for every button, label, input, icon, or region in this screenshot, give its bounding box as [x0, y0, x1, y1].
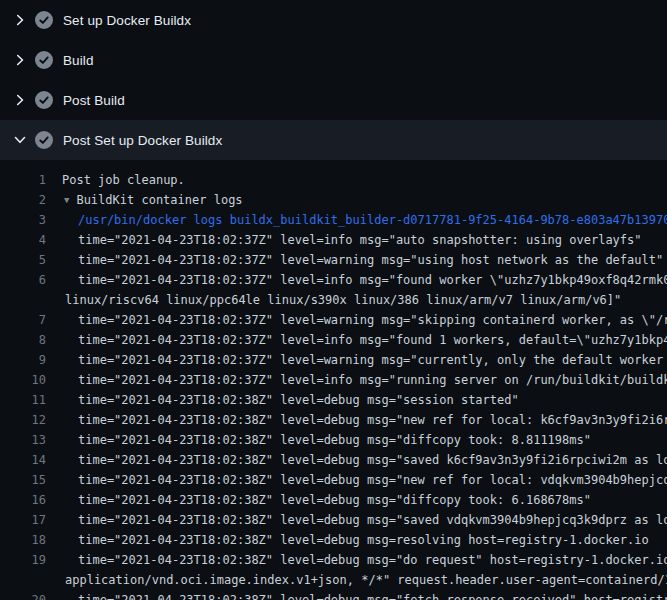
- check-circle-icon: [35, 11, 53, 29]
- chevron-down-icon: [12, 132, 28, 148]
- line-number[interactable]: 7: [0, 310, 46, 330]
- line-number[interactable]: 14: [0, 450, 46, 470]
- step-header[interactable]: Post Build: [0, 80, 667, 120]
- log-line: 14time="2021-04-23T18:02:38Z" level=debu…: [0, 450, 667, 470]
- check-circle-icon: [35, 51, 53, 69]
- triangle-down-icon: ▼: [64, 190, 69, 210]
- log-line: 9time="2021-04-23T18:02:37Z" level=warni…: [0, 350, 667, 370]
- line-number[interactable]: 4: [0, 230, 46, 250]
- line-number[interactable]: 10: [0, 370, 46, 390]
- line-number[interactable]: 6: [0, 270, 46, 290]
- step-header[interactable]: Build: [0, 40, 667, 80]
- log-line: application/vnd.oci.image.index.v1+json,…: [0, 570, 667, 590]
- log-text: time="2021-04-23T18:02:37Z" level=info m…: [78, 370, 667, 390]
- log-command-text: /usr/bin/docker logs buildx_buildkit_bui…: [78, 210, 667, 230]
- log-wrap-text: application/vnd.oci.image.index.v1+json,…: [65, 570, 667, 590]
- log-text: time="2021-04-23T18:02:38Z" level=debug …: [78, 510, 667, 530]
- step-header[interactable]: Set up Docker Buildx: [0, 0, 667, 40]
- log-text: time="2021-04-23T18:02:38Z" level=debug …: [78, 490, 591, 510]
- log-text: time="2021-04-23T18:02:37Z" level=info m…: [78, 270, 667, 290]
- line-number[interactable]: 11: [0, 390, 46, 410]
- log-text: Post job cleanup.: [62, 170, 185, 190]
- line-number[interactable]: 3: [0, 210, 46, 230]
- actions-log-viewer: Set up Docker BuildxBuildPost BuildPost …: [0, 0, 667, 600]
- line-number: [0, 570, 46, 590]
- log-line: 19time="2021-04-23T18:02:38Z" level=debu…: [0, 550, 667, 570]
- line-number[interactable]: 12: [0, 410, 46, 430]
- chevron-right-icon: [12, 52, 28, 68]
- log-line: 7time="2021-04-23T18:02:37Z" level=warni…: [0, 310, 667, 330]
- log-wrap-text: linux/riscv64 linux/ppc64le linux/s390x …: [65, 290, 621, 310]
- line-number[interactable]: 13: [0, 430, 46, 450]
- log-group-toggle[interactable]: 2▼BuildKit container logs: [0, 190, 667, 210]
- log-line: 13time="2021-04-23T18:02:38Z" level=debu…: [0, 430, 667, 450]
- log-line: 11time="2021-04-23T18:02:38Z" level=debu…: [0, 390, 667, 410]
- log-line: 20time="2021-04-23T18:02:38Z" level=debu…: [0, 590, 667, 600]
- log-line: 17time="2021-04-23T18:02:38Z" level=debu…: [0, 510, 667, 530]
- log-line: 16time="2021-04-23T18:02:38Z" level=debu…: [0, 490, 667, 510]
- step-title: Post Set up Docker Buildx: [63, 133, 222, 148]
- log-line: 15time="2021-04-23T18:02:38Z" level=debu…: [0, 470, 667, 490]
- line-number[interactable]: 18: [0, 530, 46, 550]
- log-line: 10time="2021-04-23T18:02:37Z" level=info…: [0, 370, 667, 390]
- step-title: Set up Docker Buildx: [63, 13, 191, 28]
- check-circle-icon: [35, 91, 53, 109]
- log-line: 4time="2021-04-23T18:02:37Z" level=info …: [0, 230, 667, 250]
- log-line: 12time="2021-04-23T18:02:38Z" level=debu…: [0, 410, 667, 430]
- step-title: Post Build: [63, 93, 125, 108]
- line-number[interactable]: 9: [0, 350, 46, 370]
- check-circle-icon: [35, 131, 53, 149]
- line-number[interactable]: 16: [0, 490, 46, 510]
- line-number[interactable]: 17: [0, 510, 46, 530]
- log-line: 8time="2021-04-23T18:02:37Z" level=info …: [0, 330, 667, 350]
- log-line: 5time="2021-04-23T18:02:37Z" level=warni…: [0, 250, 667, 270]
- log-text: time="2021-04-23T18:02:38Z" level=debug …: [78, 550, 667, 570]
- log-line: 3/usr/bin/docker logs buildx_buildkit_bu…: [0, 210, 667, 230]
- log-group-row: ▼BuildKit container logs: [64, 190, 243, 210]
- log-line: 6time="2021-04-23T18:02:37Z" level=info …: [0, 270, 667, 290]
- log-text: time="2021-04-23T18:02:38Z" level=debug …: [78, 590, 667, 600]
- line-number[interactable]: 8: [0, 330, 46, 350]
- log-text: time="2021-04-23T18:02:37Z" level=info m…: [78, 330, 667, 350]
- log-text: time="2021-04-23T18:02:37Z" level=warnin…: [78, 350, 667, 370]
- chevron-right-icon: [12, 12, 28, 28]
- log-text: time="2021-04-23T18:02:38Z" level=debug …: [78, 410, 667, 430]
- log-line: linux/riscv64 linux/ppc64le linux/s390x …: [0, 290, 667, 310]
- log-text: time="2021-04-23T18:02:38Z" level=debug …: [78, 530, 649, 550]
- line-number[interactable]: 20: [0, 590, 46, 600]
- log-pane: 1Post job cleanup.2▼BuildKit container l…: [0, 160, 667, 600]
- log-group-label: BuildKit container logs: [76, 193, 242, 207]
- line-number[interactable]: 5: [0, 250, 46, 270]
- line-number[interactable]: 1: [0, 170, 46, 190]
- log-text: time="2021-04-23T18:02:38Z" level=debug …: [78, 470, 667, 490]
- step-title: Build: [63, 53, 94, 68]
- log-text: time="2021-04-23T18:02:37Z" level=warnin…: [78, 310, 667, 330]
- steps-list: Set up Docker BuildxBuildPost BuildPost …: [0, 0, 667, 160]
- line-number[interactable]: 15: [0, 470, 46, 490]
- line-number[interactable]: 2: [0, 190, 46, 210]
- log-text: time="2021-04-23T18:02:38Z" level=debug …: [78, 430, 591, 450]
- line-number: [0, 290, 46, 310]
- log-text: time="2021-04-23T18:02:38Z" level=debug …: [78, 450, 667, 470]
- log-text: time="2021-04-23T18:02:38Z" level=debug …: [78, 390, 519, 410]
- log-line: 18time="2021-04-23T18:02:38Z" level=debu…: [0, 530, 667, 550]
- log-line: 1Post job cleanup.: [0, 170, 667, 190]
- chevron-right-icon: [12, 92, 28, 108]
- line-number[interactable]: 19: [0, 550, 46, 570]
- step-header[interactable]: Post Set up Docker Buildx: [0, 120, 667, 160]
- log-text: time="2021-04-23T18:02:37Z" level=info m…: [78, 230, 642, 250]
- log-text: time="2021-04-23T18:02:37Z" level=warnin…: [78, 250, 663, 270]
